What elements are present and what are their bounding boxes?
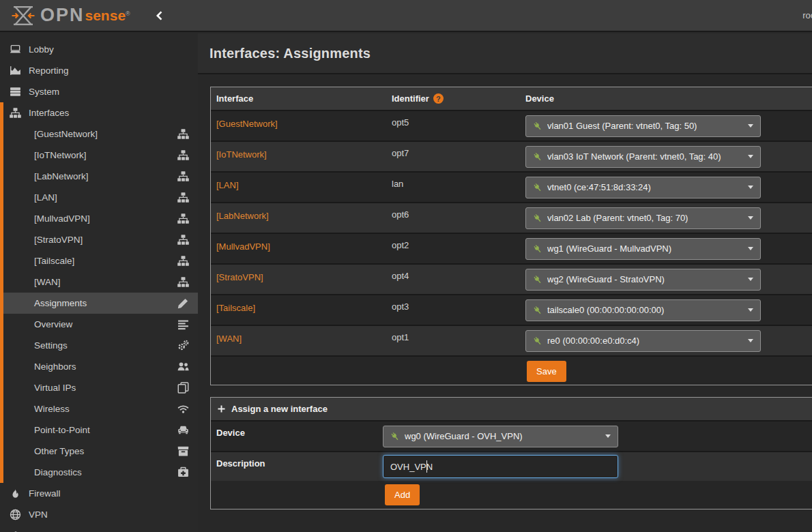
chevron-down-icon	[605, 434, 611, 438]
device-select[interactable]: re0 (00:00:00:e0:d0:c4)	[525, 330, 761, 352]
sidebar-item-wan[interactable]: [WAN]	[0, 271, 198, 293]
medkit-icon	[177, 467, 189, 478]
interface-link[interactable]: [LabNetwork]	[216, 211, 269, 221]
interface-link[interactable]: [MullvadVPN]	[216, 241, 270, 252]
interface-identifier: opt1	[392, 326, 525, 355]
sidebar-item-reporting[interactable]: Reporting	[0, 60, 198, 81]
sidebar-item-system[interactable]: System	[0, 81, 198, 102]
top-navbar: OPNsense® roo	[0, 0, 812, 32]
device-select[interactable]: tailscale0 (00:00:00:00:00:00)	[525, 299, 761, 321]
new-device-select[interactable]: wg0 (WireGuard - OVH_VPN)	[383, 426, 618, 447]
interface-identifier: opt5	[392, 111, 525, 141]
assign-new-interface-panel: Assign a new interface Device wg0 (WireG…	[210, 397, 812, 509]
table-row: [Tailscale] opt3 tailscale0 (00:00:00:00…	[211, 294, 812, 325]
chevron-down-icon	[748, 339, 753, 342]
description-input[interactable]	[383, 455, 618, 478]
server-icon	[10, 86, 21, 98]
sitemap-icon	[177, 171, 189, 182]
add-button[interactable]: Add	[385, 484, 420, 505]
table-row: [IoTNetwork] opt7 vlan03 IoT Network (Pa…	[211, 141, 812, 171]
sitemap-icon	[177, 192, 189, 203]
sidebar-item-virtual-ips[interactable]: Virtual IPs	[0, 377, 198, 398]
users-icon	[177, 361, 189, 372]
fire-icon	[10, 488, 21, 499]
interface-identifier: opt7	[392, 142, 525, 171]
sidebar-item-wireless[interactable]: Wireless	[0, 398, 198, 419]
pencil-icon	[177, 297, 189, 309]
sidebar-item-services[interactable]: Services	[0, 525, 198, 532]
plus-icon	[217, 404, 226, 413]
device-select[interactable]: vlan01 Guest (Parent: vtnet0, Tag: 50)	[525, 115, 761, 137]
sidebar-item-other-types[interactable]: Other Types	[0, 441, 198, 462]
sidebar-item-firewall[interactable]: Firewall	[0, 483, 198, 504]
device-select[interactable]: wg2 (WireGuard - StratoVPN)	[525, 269, 761, 291]
table-row: [StratoVPN] opt4 wg2 (WireGuard - Strato…	[211, 263, 812, 294]
interface-link[interactable]: [LAN]	[216, 180, 239, 190]
sidebar-item-guestnetwork[interactable]: [GuestNetwork]	[0, 123, 198, 145]
cogs-icon	[177, 340, 189, 351]
globe-icon	[10, 509, 21, 520]
sidebar: Lobby Reporting System Interfaces [Guest…	[0, 33, 198, 532]
brand-opn-text: OPN	[40, 6, 85, 25]
opnsense-logo[interactable]: OPNsense®	[11, 5, 130, 26]
table-row: [WAN] opt1 re0 (00:00:00:e0:d0:c4)	[211, 325, 812, 355]
brand-sense-text: sense	[85, 8, 126, 24]
sidebar-item-diagnostics[interactable]: Diagnostics	[0, 462, 198, 483]
wifi-icon	[177, 403, 189, 415]
plug-icon	[533, 121, 542, 131]
device-select[interactable]: vlan02 Lab (Parent: vtnet0, Tag: 70)	[525, 207, 761, 229]
interface-identifier: opt6	[392, 203, 525, 233]
column-header-device: Device	[525, 93, 812, 104]
user-menu[interactable]: roo	[802, 10, 812, 20]
interface-link[interactable]: [StratoVPN]	[216, 272, 263, 282]
chevron-down-icon	[748, 155, 753, 158]
sitemap-icon	[10, 107, 21, 119]
sidebar-item-stratovpn[interactable]: [StratoVPN]	[0, 229, 198, 250]
sidebar-item-assignments[interactable]: Assignments	[0, 293, 198, 314]
interface-identifier: lan	[392, 173, 525, 202]
assign-panel-title: Assign a new interface	[231, 404, 328, 414]
sidebar-item-settings[interactable]: Settings	[0, 335, 198, 356]
sitemap-icon	[177, 128, 189, 140]
interface-link[interactable]: [GuestNetwork]	[216, 119, 278, 129]
interface-link[interactable]: [IoTNetwork]	[216, 149, 267, 160]
sidebar-item-mullvadvpn[interactable]: [MullvadVPN]	[0, 208, 198, 229]
sidebar-item-lobby[interactable]: Lobby	[0, 39, 198, 60]
sitemap-icon	[177, 149, 189, 161]
interface-link[interactable]: [WAN]	[216, 334, 242, 344]
chevron-down-icon	[748, 216, 753, 220]
assign-device-row: Device wg0 (WireGuard - OVH_VPN)	[211, 420, 812, 451]
sidebar-item-point-to-point[interactable]: Point-to-Point	[0, 419, 198, 441]
device-select[interactable]: vtnet0 (ce:47:51:8d:33:24)	[525, 177, 761, 198]
sidebar-item-iotnetwork[interactable]: [IoTNetwork]	[0, 145, 198, 166]
registered-mark: ®	[126, 10, 130, 17]
plug-icon	[533, 306, 542, 315]
interface-identifier: opt3	[392, 295, 525, 325]
chevron-down-icon	[748, 186, 753, 189]
sidebar-item-lan[interactable]: [LAN]	[0, 187, 198, 208]
sidebar-item-vpn[interactable]: VPN	[0, 504, 198, 525]
sidebar-collapse-button[interactable]	[155, 10, 164, 21]
area-chart-icon	[10, 65, 21, 76]
interface-link[interactable]: [Tailscale]	[216, 303, 255, 313]
archive-icon	[177, 445, 189, 457]
plug-icon	[533, 275, 542, 284]
sitemap-icon	[177, 213, 189, 224]
plug-icon	[533, 213, 542, 223]
page-title: Interfaces: Assignments	[209, 46, 371, 61]
table-row: [GuestNetwork] opt5 vlan01 Guest (Parent…	[211, 110, 812, 141]
table-header-row: Interface Identifier ? Device	[211, 87, 812, 110]
car-icon	[177, 424, 189, 436]
description-input-wrap	[383, 455, 618, 478]
device-select[interactable]: wg1 (WireGuard - MullvadVPN)	[525, 238, 761, 260]
sidebar-item-tailscale[interactable]: [Tailscale]	[0, 250, 198, 271]
identifier-help-icon[interactable]: ?	[433, 93, 444, 104]
device-select[interactable]: vlan03 IoT Network (Parent: vtnet0, Tag:…	[525, 146, 761, 168]
save-button[interactable]: Save	[527, 361, 566, 382]
sidebar-item-neighbors[interactable]: Neighbors	[0, 356, 198, 377]
sidebar-item-overview[interactable]: Overview	[0, 314, 198, 335]
chevron-down-icon	[748, 308, 753, 312]
sidebar-item-interfaces[interactable]: Interfaces	[0, 102, 198, 123]
sitemap-icon	[177, 276, 189, 288]
sidebar-item-labnetwork[interactable]: [LabNetwork]	[0, 166, 198, 187]
